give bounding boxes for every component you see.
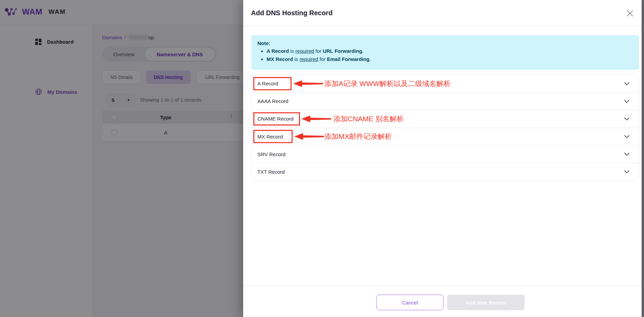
annotation-text: 添加CNAME 别名解析 [334, 114, 404, 124]
accordion-item-a-record[interactable]: A Record 添加A记录 WWW解析以及二级域名解析 [252, 75, 639, 92]
chevron-down-icon [624, 133, 629, 140]
annotation-red-box [253, 130, 293, 143]
accordion-item-mx-record[interactable]: MX Record 添加MX邮件记录解析 [252, 128, 639, 145]
modal-header: Add DNS Hosting Record [243, 0, 642, 26]
close-icon[interactable] [626, 9, 634, 17]
annotation-red-box [253, 77, 292, 90]
add-dns-record-modal: Add DNS Hosting Record Note: A Record is… [243, 0, 642, 317]
chevron-down-icon [624, 81, 629, 87]
screen: WAM WAM Dashboard My Domains ❮ Domains [0, 0, 644, 317]
annotation-arrow-icon [301, 115, 331, 123]
note-item-a-record: A Record is required for URL Forwarding. [267, 47, 633, 55]
annotation-text: 添加A记录 WWW解析以及二级域名解析 [324, 79, 451, 88]
note-item-mx-record: MX Record is required for Email Forwardi… [267, 55, 633, 63]
annotation-text: 添加MX邮件记录解析 [324, 132, 392, 141]
annotation-arrow-icon [294, 133, 324, 140]
accordion-label: AAAA Record [257, 98, 289, 104]
accordion-item-srv-record[interactable]: SRV Record [252, 145, 639, 163]
annotation-red-box [253, 112, 300, 125]
cancel-button[interactable]: Cancel [376, 295, 443, 310]
note-title: Note: [257, 40, 633, 47]
chevron-down-icon [624, 151, 629, 157]
accordion-item-txt-record[interactable]: TXT Record [252, 163, 639, 181]
chevron-down-icon [624, 116, 629, 122]
chevron-down-icon [624, 98, 629, 104]
annotation-arrow-icon [293, 80, 323, 87]
add-new-record-button[interactable]: Add New Record [447, 295, 525, 310]
note-box: Note: A Record is required for URL Forwa… [251, 35, 639, 70]
chevron-down-icon [624, 169, 629, 175]
accordion-item-cname-record[interactable]: CNAME Record 添加CNAME 别名解析 [252, 110, 639, 127]
accordion-label: TXT Record [257, 169, 285, 175]
accordion-item-aaaa-record[interactable]: AAAA Record [252, 92, 639, 110]
accordion-label: SRV Record [257, 151, 285, 157]
note-list: A Record is required for URL Forwarding.… [267, 47, 633, 63]
modal-title: Add DNS Hosting Record [251, 9, 332, 17]
modal-footer: Cancel Add New Record [243, 286, 642, 317]
record-type-accordion: A Record 添加A记录 WWW解析以及二级域名解析 AAAA Record… [251, 75, 639, 181]
